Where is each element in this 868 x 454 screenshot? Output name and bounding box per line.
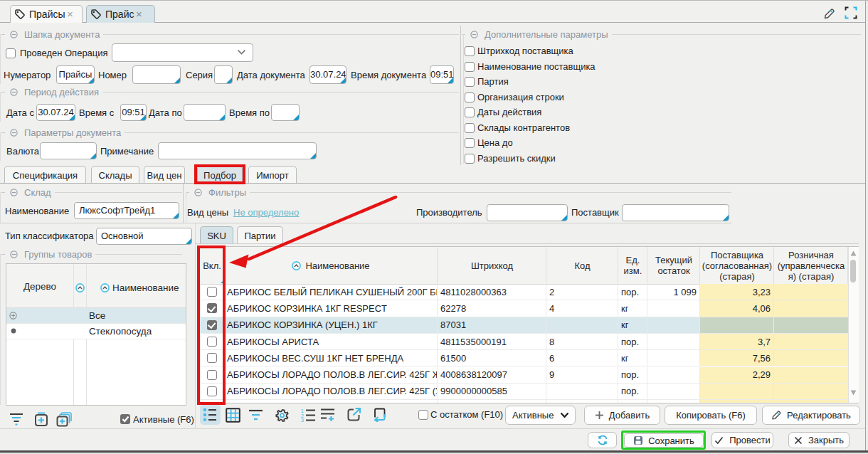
svg-text:1: 1: [301, 408, 304, 413]
svg-text:3: 3: [301, 418, 304, 422]
